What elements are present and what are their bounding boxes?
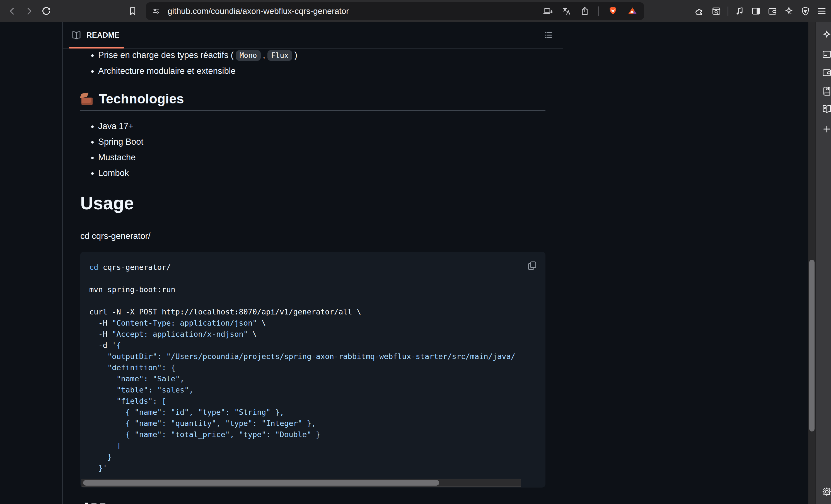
forward-chevron-icon <box>24 6 34 16</box>
extensions-puzzle-icon[interactable] <box>695 6 705 17</box>
code-content: cd cqrs-generator/ mvn spring-boot:run c… <box>80 252 545 487</box>
send-to-device-icon[interactable] <box>543 6 553 16</box>
book-open-icon <box>71 30 82 41</box>
list-item: Lombok <box>98 167 545 180</box>
wallet-icon[interactable] <box>767 6 778 17</box>
readme-header: README <box>63 22 563 49</box>
add-plus-icon[interactable] <box>821 123 831 135</box>
readme-tab-label[interactable]: README <box>86 31 120 39</box>
toolbar-right-cluster <box>695 0 827 22</box>
intro-list: Prise en charge des types réactifs (Mono… <box>80 49 545 78</box>
copy-icon <box>526 260 538 271</box>
technologies-heading-text: Technologies <box>99 91 184 107</box>
reading-list-book-icon[interactable] <box>821 103 831 114</box>
active-tab-underline <box>69 47 124 49</box>
page-scrollbar-gutter[interactable] <box>808 22 815 504</box>
list-item-text: Java 17+ <box>98 121 134 131</box>
list-item-text: , <box>263 50 265 60</box>
list-item: Architecture modulaire et extensible <box>98 64 545 78</box>
technologies-list: Java 17+ Spring Boot Mustache Lombok <box>80 120 545 180</box>
list-item: Prise en charge des types réactifs (Mono… <box>98 49 545 62</box>
bookmark-button[interactable] <box>125 4 140 19</box>
brave-rewards-triangle-icon[interactable] <box>627 6 638 17</box>
url-text[interactable]: github.com/coundia/axon-webflux-cqrs-gen… <box>168 6 349 16</box>
inline-code-flux: Flux <box>267 50 292 61</box>
forward-button[interactable] <box>22 4 36 19</box>
brick-emoji-icon <box>80 93 95 106</box>
usage-heading: Usage <box>80 193 545 218</box>
outline-list-icon <box>543 30 553 40</box>
vpn-shield-icon[interactable] <box>800 6 811 17</box>
brave-shield-lion-icon[interactable] <box>607 6 619 17</box>
menu-hamburger-icon[interactable] <box>816 6 827 17</box>
address-bar[interactable]: github.com/coundia/axon-webflux-cqrs-gen… <box>146 2 644 20</box>
code-horizontal-scrollbar[interactable] <box>81 479 521 487</box>
site-settings-sliders-icon[interactable] <box>152 7 160 15</box>
sidebar-panel-icon[interactable] <box>751 6 761 17</box>
outline-button[interactable] <box>542 28 555 42</box>
window-tab-icon[interactable] <box>821 49 831 60</box>
search-tabs-window-icon[interactable] <box>711 6 722 17</box>
clipped-next-heading-top <box>85 503 106 504</box>
list-item-text: Prise en charge des types réactifs ( <box>98 50 234 60</box>
technologies-heading: Technologies <box>80 91 545 111</box>
code-block: cd cqrs-generator/ mvn spring-boot:run c… <box>80 252 545 487</box>
bookmarks-book-icon[interactable] <box>821 85 831 96</box>
settings-gear-icon[interactable] <box>821 486 831 497</box>
copy-button[interactable] <box>525 259 539 272</box>
browser-toolbar: github.com/coundia/axon-webflux-cqrs-gen… <box>0 0 831 22</box>
leo-ai-sparkle-icon[interactable] <box>821 29 831 40</box>
reload-button[interactable] <box>39 4 54 19</box>
music-note-icon[interactable] <box>734 6 745 17</box>
list-item: Mustache <box>98 151 545 164</box>
leo-ai-sparkle-icon[interactable] <box>783 6 794 17</box>
brave-sidebar-strip <box>815 22 831 504</box>
bookmark-icon <box>127 6 138 17</box>
list-item-text: Lombok <box>98 168 129 178</box>
usage-intro-text: cd cqrs-generator/ <box>80 230 545 243</box>
translate-icon[interactable] <box>561 6 571 16</box>
browser-window: github.com/coundia/axon-webflux-cqrs-gen… <box>0 0 831 504</box>
list-item: Spring Boot <box>98 135 545 149</box>
back-button[interactable] <box>5 4 20 19</box>
address-bar-separator <box>598 6 599 16</box>
inline-code-mono: Mono <box>236 50 261 61</box>
list-item-text: Spring Boot <box>98 137 143 147</box>
list-item: Java 17+ <box>98 120 545 133</box>
share-icon[interactable] <box>580 6 590 16</box>
list-item-text: Architecture modulaire et extensible <box>98 66 236 76</box>
page-scrollbar-thumb[interactable] <box>809 260 814 432</box>
markdown-body: Prise en charge des types réactifs (Mono… <box>63 49 563 487</box>
list-item-text: Mustache <box>98 152 136 162</box>
code-hscroll-thumb[interactable] <box>83 480 439 485</box>
back-chevron-icon <box>7 6 17 16</box>
toolbar-separator <box>727 6 728 16</box>
readme-card: README Prise en charge des types réactif… <box>62 22 563 504</box>
list-item-text: ) <box>294 50 297 60</box>
reload-icon <box>41 6 52 17</box>
wallet-icon[interactable] <box>821 67 831 78</box>
web-content: README Prise en charge des types réactif… <box>0 22 831 504</box>
